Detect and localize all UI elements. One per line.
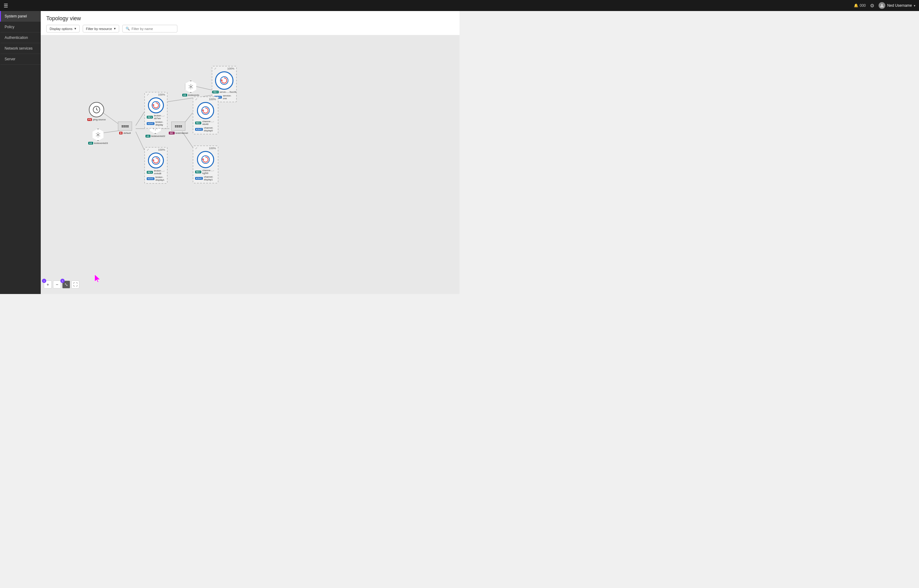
broker-sb7wv-percent: 100%	[158, 93, 165, 96]
node-channel-display0[interactable]: 100% ⤢ REV channe-...-rkb48	[193, 97, 218, 134]
search-icon: 🔍	[126, 27, 130, 31]
node-broker-sb7wv[interactable]: 100% ⤢ REV broker-...-sb7wv	[144, 92, 168, 129]
navbar: ☰ 🔔 000 ⚙ Ned Username ▾	[0, 0, 460, 11]
node-default[interactable]: B default	[118, 121, 132, 134]
testevents03-label: AS testevents03	[88, 142, 108, 145]
broker-xmhd8-icon-wrap	[148, 152, 164, 168]
broker-display-label: KSVC broker-display	[147, 121, 165, 126]
cursor-indicator	[94, 274, 101, 285]
node-testchannel[interactable]: IMC testchannel	[169, 121, 188, 134]
channel-display0-ksvc-label: KSVC channel-display0	[195, 126, 216, 132]
testchannel-badge: IMC	[169, 132, 174, 134]
node-ping-source[interactable]: PS ping-source	[87, 102, 106, 121]
display-options-chevron: ▾	[74, 27, 76, 31]
zoom-badge-1: 1	[42, 279, 46, 283]
testchannel-label: IMC testchannel	[169, 132, 188, 134]
app-layout: System panel Policy Authentication Netwo…	[0, 11, 460, 294]
testevents03-icon	[92, 129, 104, 141]
broker-sb7wv-expand[interactable]: ⤢	[147, 93, 149, 96]
broker-sb7wv-icon-wrap	[148, 97, 164, 113]
sidebar-item-server[interactable]: Server	[0, 54, 41, 65]
zoom-out-button[interactable]: −	[53, 281, 61, 289]
default-label: B default	[119, 132, 131, 134]
channe-kg5t9-label: REV channe-...-kg5t9	[195, 169, 216, 174]
service-one-expand[interactable]: ⤢	[214, 67, 216, 70]
zoom-controls: 1 + − 2 ⤡ ⛶	[44, 281, 79, 289]
zoom-badge-2: 2	[60, 279, 65, 283]
channel-display1-expand[interactable]: ⤢	[195, 147, 198, 150]
channel-display0-expand[interactable]: ⤢	[195, 98, 198, 101]
display-options-button[interactable]: Display options ▾	[46, 25, 80, 32]
testevents02-label: AS testevents02	[145, 135, 165, 137]
filter-resource-chevron: ▾	[114, 27, 116, 31]
filter-by-resource-button[interactable]: Filter by resource ▾	[83, 25, 119, 32]
channel-display0-icon-wrap	[197, 102, 214, 119]
channel-display1-ksvc-label: KSVC channel-display1	[195, 176, 216, 181]
node-testevents[interactable]: AS testevents	[182, 81, 199, 97]
page-title: Topology view	[46, 15, 454, 22]
testevents-label: AS testevents	[182, 94, 199, 97]
main-content: Topology view Display options ▾ Filter b…	[41, 11, 460, 294]
ping-source-icon	[89, 102, 104, 117]
channel-display1-icon-wrap	[197, 151, 214, 168]
main-header: Topology view Display options ▾ Filter b…	[41, 11, 460, 35]
fit-wrap: 2 ⤡	[62, 281, 70, 289]
service-one-percent: 100%	[227, 67, 234, 70]
broker-sb7wv-label: REV broker-...-sb7wv	[147, 114, 165, 120]
node-testevents03[interactable]: AS testevents03	[88, 129, 108, 145]
topology-canvas: PS ping-source AS testevents03	[41, 35, 460, 294]
svg-point-12	[97, 134, 99, 136]
hamburger-menu[interactable]: ☰	[4, 3, 8, 8]
ping-source-badge: PS	[87, 118, 92, 121]
zoom-in-wrap: 1 +	[44, 281, 52, 289]
ping-source-label: PS ping-source	[87, 118, 106, 121]
broker-xmhd8-label: REV broker-...-xmhd8	[147, 170, 165, 175]
channel-display0-percent: 100%	[209, 98, 216, 101]
expand-button[interactable]: ⛶	[71, 281, 79, 289]
testevents02-badge: AS	[145, 135, 150, 137]
testevents-icon	[185, 81, 197, 93]
servic-5zz28-label: REV servic-...-5zz28	[212, 90, 236, 94]
broker-display1-label: KSVC broker-display1	[147, 176, 165, 181]
node-channel-display1[interactable]: 100% ⤢ REV channe-...-kg5t9	[193, 145, 218, 183]
sidebar-item-policy[interactable]: Policy	[0, 22, 41, 32]
sidebar-item-network-services[interactable]: Network services	[0, 43, 41, 54]
channe-rkb48-label: REV channe-...-rkb48	[195, 120, 216, 126]
broker-xmhd8-percent: 100%	[158, 148, 165, 151]
svg-point-14	[190, 86, 191, 87]
default-icon	[118, 121, 132, 131]
connection-lines	[41, 35, 460, 294]
sidebar-item-system-panel[interactable]: System panel	[0, 11, 41, 22]
filter-by-name-search[interactable]: 🔍	[122, 25, 178, 32]
testevents-badge: AS	[182, 94, 187, 97]
testchannel-icon	[171, 121, 185, 131]
node-broker-xmhd8[interactable]: 100% ⤢ REV broker-...-xmhd8	[144, 147, 168, 184]
default-badge: B	[119, 132, 123, 134]
testevents03-badge: AS	[88, 142, 93, 145]
sidebar-item-authentication[interactable]: Authentication	[0, 32, 41, 43]
toolbar: Display options ▾ Filter by resource ▾ 🔍	[46, 25, 454, 32]
search-input[interactable]	[132, 27, 174, 31]
channel-display1-percent: 100%	[209, 147, 216, 150]
service-one-icon-wrap	[215, 71, 233, 90]
sidebar: System panel Policy Authentication Netwo…	[0, 11, 41, 294]
broker-xmhd8-expand[interactable]: ⤢	[147, 148, 149, 151]
